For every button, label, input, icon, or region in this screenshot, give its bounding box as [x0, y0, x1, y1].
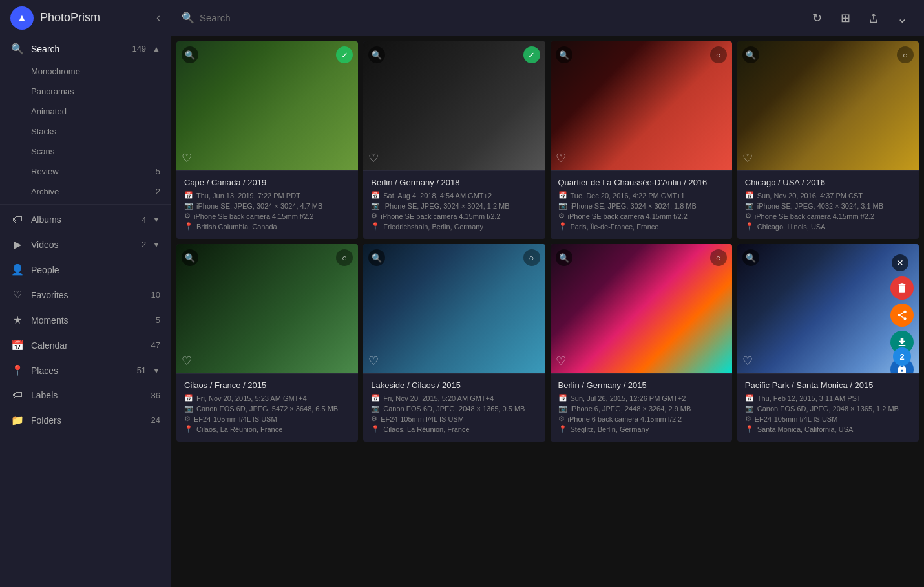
photo-lens-5: ⚙ EF24-105mm f/4L IS USM	[184, 415, 350, 423]
photo-location-2: 📍 Friedrichshain, Berlin, Germany	[371, 222, 537, 231]
places-chevron: ▼	[152, 366, 160, 375]
photo-camera-1: 📷 iPhone SE, JPEG, 3024 × 3024, 4.7 MB	[184, 201, 350, 210]
folders-icon: 📁	[10, 414, 25, 426]
zoom-icon-5[interactable]: 🔍	[182, 249, 198, 266]
zoom-icon-4[interactable]: 🔍	[742, 46, 759, 63]
sidebar-sub-scans[interactable]: Scans	[0, 141, 171, 161]
sidebar-item-albums[interactable]: 🏷 Albums 4 ▼	[0, 207, 171, 232]
albums-label: Albums	[31, 214, 135, 225]
zoom-icon-1[interactable]: 🔍	[182, 46, 198, 63]
sidebar-item-favorites[interactable]: ♡ Favorites 10	[0, 282, 171, 307]
sidebar-sub-monochrome[interactable]: Monochrome	[0, 61, 171, 81]
animated-label: Animated	[31, 107, 160, 116]
photo-lens-8: ⚙ EF24-105mm f/4L IS USM	[745, 415, 911, 423]
photo-card-8[interactable]: 🔍 ✕ ♡	[737, 244, 919, 442]
photo-location-8: 📍 Santa Monica, California, USA	[745, 425, 911, 433]
favorites-count: 10	[151, 290, 160, 300]
zoom-icon-8[interactable]: 🔍	[742, 249, 759, 266]
photo-lens-6: ⚙ EF24-105mm f/4L IS USM	[371, 415, 537, 423]
photo-info-4: Chicago / USA / 2016 📅 Sun, Nov 20, 2016…	[737, 170, 919, 239]
photo-card-3[interactable]: 🔍 ○ ♡ Quartier de La Chaussée-D'Antin / …	[551, 41, 732, 239]
sidebar-sub-archive[interactable]: Archive 2	[0, 181, 171, 201]
photo-card-2[interactable]: 🔍 ✓ ♡ Berlin / Germany / 2018 📅 Sat, Aug…	[363, 41, 545, 239]
sidebar-item-labels[interactable]: 🏷 Labels 36	[0, 383, 171, 407]
photo-lens-2: ⚙ iPhone SE back camera 4.15mm f/2.2	[371, 212, 537, 220]
calendar-label: Calendar	[31, 340, 145, 351]
photo-info-3: Quartier de La Chaussée-D'Antin / 2016 📅…	[551, 170, 732, 239]
sidebar-item-moments[interactable]: ★ Moments 5	[0, 307, 171, 333]
moments-icon: ★	[10, 314, 25, 326]
photo-lens-4: ⚙ iPhone SE back camera 4.15mm f/2.2	[745, 212, 911, 220]
search-count: 149	[132, 44, 146, 54]
favorite-heart-2[interactable]: ♡	[368, 151, 379, 165]
app-name: PhotoPrism	[40, 11, 150, 25]
favorite-heart-5[interactable]: ♡	[182, 354, 192, 368]
topbar: 🔍 ↻ ⊞ ⌄	[171, 0, 924, 36]
favorite-heart-8[interactable]: ♡	[742, 354, 753, 368]
photo-location-1: 📍 British Columbia, Canada	[184, 222, 350, 231]
sidebar-sub-review[interactable]: Review 5	[0, 161, 171, 181]
photo-info-7: Berlin / Germany / 2015 📅 Sun, Jul 26, 2…	[551, 373, 732, 442]
archive-count: 2	[156, 187, 160, 196]
photo-date-6: 📅 Fri, Nov 20, 2015, 5:20 AM GMT+4	[371, 394, 537, 402]
videos-label: Videos	[31, 240, 135, 250]
sidebar-item-calendar[interactable]: 📅 Calendar 47	[0, 333, 171, 358]
favorite-heart-7[interactable]: ♡	[556, 354, 566, 368]
places-count: 51	[137, 366, 146, 375]
favorite-heart-1[interactable]: ♡	[182, 151, 192, 165]
photo-card-1[interactable]: 🔍 ✓ ♡ Cape / Canada / 2019 📅 Thu, Jun 13…	[176, 41, 358, 239]
photo-date-2: 📅 Sat, Aug 4, 2018, 4:54 AM GMT+2	[371, 191, 537, 200]
photo-location-4: 📍 Chicago, Illinois, USA	[745, 222, 911, 231]
refresh-button[interactable]: ↻	[805, 6, 828, 30]
count-badge: 2	[893, 347, 911, 366]
grid-view-button[interactable]: ⊞	[834, 6, 857, 30]
photo-lens-1: ⚙ iPhone SE back camera 4.15mm f/2.2	[184, 212, 350, 220]
app-logo: ▲	[10, 6, 34, 30]
upload-button[interactable]	[862, 6, 885, 30]
photo-camera-7: 📷 iPhone 6, JPEG, 2448 × 3264, 2.9 MB	[558, 404, 724, 413]
sidebar-sub-stacks[interactable]: Stacks	[0, 121, 171, 141]
favorite-heart-3[interactable]: ♡	[556, 151, 566, 165]
photo-date-8: 📅 Thu, Feb 12, 2015, 3:11 AM PST	[745, 394, 911, 402]
favorites-label: Favorites	[31, 290, 145, 300]
select-check-4[interactable]: ○	[897, 46, 914, 63]
sidebar-item-places[interactable]: 📍 Places 51 ▼	[0, 358, 171, 383]
sidebar-item-search[interactable]: 🔍 Search 149 ▲	[0, 36, 171, 61]
people-label: People	[31, 265, 160, 275]
photo-info-1: Cape / Canada / 2019 📅 Thu, Jun 13, 2019…	[176, 170, 358, 239]
sidebar-collapse-button[interactable]: ‹	[156, 11, 160, 25]
select-check-6[interactable]: ○	[523, 249, 540, 266]
moments-label: Moments	[31, 315, 149, 325]
photo-camera-5: 📷 Canon EOS 6D, JPEG, 5472 × 3648, 6.5 M…	[184, 404, 350, 413]
delete-action-button[interactable]	[890, 276, 914, 300]
search-bar-icon: 🔍	[182, 12, 194, 24]
photo-title-2: Berlin / Germany / 2018	[371, 178, 537, 187]
sidebar-item-people[interactable]: 👤 People	[0, 257, 171, 282]
sidebar-sub-panoramas[interactable]: Panoramas	[0, 81, 171, 101]
zoom-icon-7[interactable]: 🔍	[556, 249, 572, 266]
select-check-3[interactable]: ○	[710, 46, 727, 63]
calendar-count: 47	[151, 340, 160, 350]
photo-title-8: Pacific Park / Santa Monica / 2015	[745, 380, 911, 390]
photo-card-7[interactable]: 🔍 ○ ♡ Berlin / Germany / 2015 📅 Sun, Jul…	[551, 244, 732, 442]
photo-location-7: 📍 Steglitz, Berlin, Germany	[558, 425, 724, 433]
select-check-2[interactable]: ✓	[523, 46, 540, 63]
select-check-7[interactable]: ○	[710, 249, 727, 266]
more-options-button[interactable]: ⌄	[890, 6, 914, 30]
sidebar-item-folders[interactable]: 📁 Folders 24	[0, 407, 171, 433]
sidebar-sub-animated[interactable]: Animated	[0, 101, 171, 121]
photo-title-3: Quartier de La Chaussée-D'Antin / 2016	[558, 178, 724, 187]
photo-date-4: 📅 Sun, Nov 20, 2016, 4:37 PM CST	[745, 191, 911, 200]
favorite-heart-6[interactable]: ♡	[368, 354, 379, 368]
photo-camera-8: 📷 Canon EOS 6D, JPEG, 2048 × 1365, 1.2 M…	[745, 404, 911, 413]
share-action-button[interactable]	[890, 304, 914, 327]
zoom-icon-3[interactable]: 🔍	[556, 46, 572, 63]
photo-card-4[interactable]: 🔍 ○ ♡ Chicago / USA / 2016 📅 Sun, Nov 20…	[737, 41, 919, 239]
photo-camera-2: 📷 iPhone SE, JPEG, 3024 × 3024, 1.2 MB	[371, 201, 537, 210]
favorite-heart-4[interactable]: ♡	[742, 151, 753, 165]
photo-card-6[interactable]: 🔍 ○ ♡ Lakeside / Cilaos / 2015 📅 Fri, No…	[363, 244, 545, 442]
photo-card-5[interactable]: 🔍 ○ ♡ Cilaos / France / 2015 📅 Fri, Nov …	[176, 244, 358, 442]
search-input[interactable]	[200, 12, 800, 23]
sidebar-item-videos[interactable]: ▶ Videos 2 ▼	[0, 232, 171, 257]
search-chevron: ▲	[152, 45, 160, 54]
